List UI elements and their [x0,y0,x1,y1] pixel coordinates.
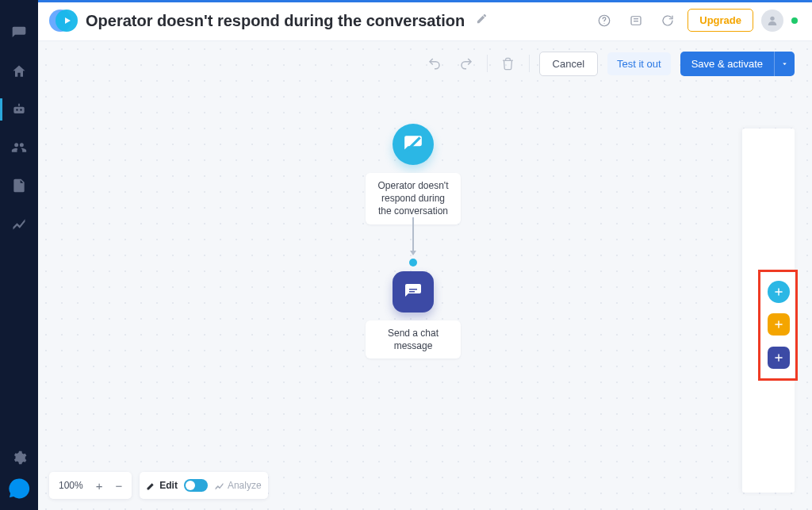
add-trigger-button[interactable] [768,281,790,303]
zoom-out-button[interactable]: − [112,479,125,493]
connector-handle[interactable] [409,259,417,267]
redo-icon [459,56,473,71]
help-icon [597,13,611,28]
pencil-icon [476,13,488,25]
mode-edit-label: Edit [159,480,178,491]
nav-chat[interactable] [0,14,38,52]
no-reply-chat-icon [403,134,423,155]
nav-settings[interactable] [0,439,38,477]
refresh-icon [661,13,675,28]
left-sidebar [0,0,38,510]
brand-bubble-icon [7,477,31,500]
mode-analyze-label: Analyze [228,480,262,491]
online-status-dot [791,17,798,24]
trash-icon [501,57,515,71]
divider [529,55,530,72]
avatar[interactable] [761,10,783,32]
trigger-node[interactable]: Operator doesn't respond during the conv… [366,124,461,224]
contacts-icon [11,140,27,155]
bot-icon [11,102,27,117]
undo-icon [427,56,442,71]
home-icon [11,63,27,79]
mode-toggle[interactable] [184,479,208,492]
top-accent [38,0,812,2]
redo-button[interactable] [455,51,477,76]
plus-icon [773,352,784,363]
save-button-group: Save & activate [680,52,795,76]
mode-analyze[interactable]: Analyze [214,480,262,491]
news-button[interactable] [624,9,648,33]
cancel-button[interactable]: Cancel [539,52,598,76]
refresh-button[interactable] [656,9,680,33]
mode-switch: Edit Analyze [140,472,267,499]
main-area: Operator doesn't respond during the conv… [38,0,812,510]
nav-contacts[interactable] [0,128,38,167]
zoom-in-button[interactable]: + [93,479,106,493]
add-condition-button[interactable] [768,313,790,336]
save-activate-button[interactable]: Save & activate [680,52,774,76]
app-logo[interactable] [49,7,76,34]
trigger-node-icon [393,124,434,165]
news-icon [629,13,643,28]
action-node[interactable]: Send a chat message [366,271,461,359]
nav-home[interactable] [0,52,38,90]
zoom-value: 100% [56,480,86,491]
divider [487,55,488,72]
plus-icon [773,319,784,330]
mode-edit[interactable]: Edit [146,480,178,491]
chevron-down-icon [780,59,789,68]
gear-icon [11,450,27,466]
chat-message-icon [404,282,423,301]
svg-rect-2 [631,16,641,25]
analytics-icon [11,216,27,232]
test-button[interactable]: Test it out [607,52,671,75]
add-action-button[interactable] [768,347,790,369]
save-more-button[interactable] [774,52,795,76]
flow-canvas[interactable]: Operator doesn't respond during the conv… [38,41,812,510]
plus-icon [773,286,784,297]
bottom-bar: 100% + − Edit Analyze [49,472,268,499]
action-node-label: Send a chat message [366,320,461,359]
chat-icon [11,25,27,41]
nav-content[interactable] [0,167,38,205]
svg-point-1 [604,23,605,24]
flow-connector [412,217,414,254]
pencil-icon [146,481,156,491]
action-bar: Cancel Test it out Save & activate [423,51,795,76]
analytics-icon [214,481,224,491]
zoom-control: 100% + − [49,472,132,499]
nav-bot[interactable] [0,90,38,128]
page-title: Operator doesn't respond during the conv… [86,13,465,29]
delete-button[interactable] [497,51,519,76]
help-button[interactable] [592,9,616,33]
top-bar: Operator doesn't respond during the conv… [38,0,812,41]
upgrade-button[interactable]: Upgrade [688,9,753,32]
undo-button[interactable] [423,51,446,76]
action-node-icon [393,271,434,313]
content-icon [11,178,27,194]
edit-title-button[interactable] [473,10,491,31]
svg-point-5 [770,16,774,20]
nav-analytics[interactable] [0,205,38,243]
trigger-node-label: Operator doesn't respond during the conv… [366,173,461,224]
user-icon [766,14,779,27]
